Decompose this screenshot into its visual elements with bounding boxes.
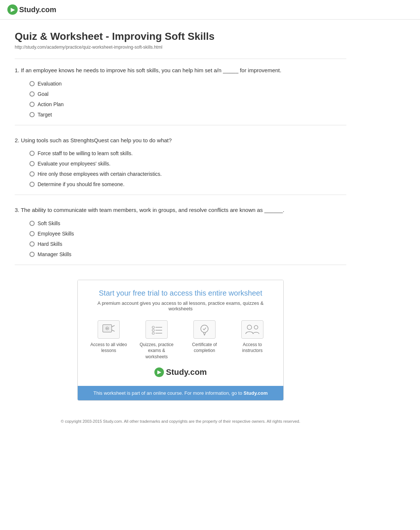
answer-text: Action Plan bbox=[38, 101, 64, 107]
questions-container: 1. If an employee knows he needs to impr… bbox=[15, 66, 346, 265]
answer-item[interactable]: Action Plan bbox=[29, 101, 346, 107]
radio-icon[interactable] bbox=[29, 112, 35, 117]
trial-footer: This worksheet is part of an online cour… bbox=[78, 386, 283, 400]
answer-text: Manager Skills bbox=[38, 251, 71, 257]
trial-title: Start your free trial to access this ent… bbox=[89, 289, 272, 297]
feature-label-list: Quizzes, practice exams & worksheets bbox=[138, 342, 175, 360]
answer-item[interactable]: Goal bbox=[29, 91, 346, 97]
radio-icon[interactable] bbox=[29, 91, 35, 97]
svg-line-14 bbox=[204, 332, 206, 335]
svg-point-16 bbox=[254, 325, 258, 329]
feature-item-list: Quizzes, practice exams & worksheets bbox=[138, 320, 175, 360]
radio-icon[interactable] bbox=[29, 241, 35, 247]
svg-point-12 bbox=[201, 325, 208, 332]
answer-item[interactable]: Evaluate your employees' skills. bbox=[29, 161, 346, 167]
page-url: http://study.com/academy/practice/quiz-w… bbox=[15, 45, 346, 50]
question-1: 1. If an employee knows he needs to impr… bbox=[15, 66, 346, 125]
answer-item[interactable]: Hard Skills bbox=[29, 241, 346, 247]
radio-icon[interactable] bbox=[29, 221, 35, 226]
feature-item-certificate: Certificate of completion bbox=[186, 320, 223, 360]
answer-text: Force staff to be willing to learn soft … bbox=[38, 150, 133, 156]
trial-logo[interactable]: ▶ Study.com bbox=[89, 367, 272, 377]
logo-text: Study.com bbox=[19, 6, 56, 14]
answer-item[interactable]: Manager Skills bbox=[29, 251, 346, 257]
certificate-icon bbox=[193, 320, 216, 339]
site-logo[interactable]: ▶ Study.com bbox=[7, 4, 413, 15]
svg-point-15 bbox=[247, 325, 252, 329]
question-2: 2. Using tools such as StrenghtsQuest ca… bbox=[15, 136, 346, 195]
answer-item[interactable]: Force staff to be willing to learn soft … bbox=[29, 150, 346, 156]
answer-item[interactable]: Evaluation bbox=[29, 81, 346, 87]
radio-icon[interactable] bbox=[29, 81, 35, 86]
answer-item[interactable]: Employee Skills bbox=[29, 231, 346, 237]
feature-label-instructor: Access to instructors bbox=[234, 342, 271, 354]
question-1-text: 1. If an employee knows he needs to impr… bbox=[15, 66, 346, 75]
feature-label-video: Access to all video lessons bbox=[90, 342, 127, 354]
feature-item-video: Access to all video lessons bbox=[90, 320, 127, 360]
answer-text: Goal bbox=[38, 91, 49, 97]
question-divider bbox=[15, 195, 346, 195]
question-2-text: 2. Using tools such as StrenghtsQuest ca… bbox=[15, 136, 346, 145]
copyright: © copyright 2003-2015 Study.com. All oth… bbox=[15, 415, 346, 427]
svg-line-13 bbox=[203, 332, 204, 335]
features-row: Access to all video lessons Quizzes, pra… bbox=[89, 320, 272, 360]
question-3-text: 3. The ability to communicate with team … bbox=[15, 206, 346, 215]
radio-icon[interactable] bbox=[29, 171, 35, 177]
svg-point-7 bbox=[152, 329, 154, 331]
radio-icon[interactable] bbox=[29, 252, 35, 257]
divider-top bbox=[15, 59, 346, 59]
radio-icon[interactable] bbox=[29, 231, 35, 236]
svg-point-8 bbox=[152, 332, 154, 334]
svg-line-5 bbox=[112, 330, 115, 331]
answer-text: Evaluate your employees' skills. bbox=[38, 161, 111, 167]
answer-text: Employee Skills bbox=[38, 231, 74, 237]
instructor-icon bbox=[241, 320, 263, 339]
answer-text: Determine if you should fire someone. bbox=[38, 181, 125, 187]
trial-logo-text: Study.com bbox=[166, 367, 207, 377]
trial-subtitle: A premium account gives you access to al… bbox=[89, 300, 272, 311]
answer-item[interactable]: Determine if you should fire someone. bbox=[29, 181, 346, 187]
list-icon bbox=[146, 320, 168, 339]
question-1-answers: EvaluationGoalAction PlanTarget bbox=[15, 81, 346, 118]
trial-footer-link[interactable]: Study.com bbox=[244, 390, 268, 396]
answer-text: Hard Skills bbox=[38, 241, 62, 247]
answer-item[interactable]: Target bbox=[29, 112, 346, 118]
answer-item[interactable]: Hire only those employees with certain c… bbox=[29, 171, 346, 177]
video-icon bbox=[98, 320, 120, 339]
trial-logo-icon: ▶ bbox=[154, 367, 164, 377]
main-content: Quiz & Worksheet - Improving Soft Skills… bbox=[0, 20, 361, 438]
question-3: 3. The ability to communicate with team … bbox=[15, 206, 346, 265]
svg-line-4 bbox=[112, 325, 115, 327]
trial-box: Start your free trial to access this ent… bbox=[77, 280, 284, 401]
question-divider bbox=[15, 125, 346, 125]
question-2-answers: Force staff to be willing to learn soft … bbox=[15, 150, 346, 187]
question-divider bbox=[15, 265, 346, 265]
answer-text: Target bbox=[38, 112, 52, 118]
radio-icon[interactable] bbox=[29, 161, 35, 166]
answer-text: Evaluation bbox=[38, 81, 62, 87]
radio-icon[interactable] bbox=[29, 182, 35, 187]
answer-item[interactable]: Soft Skills bbox=[29, 220, 346, 226]
radio-icon[interactable] bbox=[29, 151, 35, 156]
feature-label-certificate: Certificate of completion bbox=[186, 342, 223, 354]
page-title: Quiz & Worksheet - Improving Soft Skills bbox=[15, 31, 346, 42]
svg-point-6 bbox=[152, 326, 154, 328]
question-3-answers: Soft SkillsEmployee SkillsHard SkillsMan… bbox=[15, 220, 346, 257]
radio-icon[interactable] bbox=[29, 102, 35, 107]
feature-item-instructor: Access to instructors bbox=[234, 320, 271, 360]
trial-footer-text: This worksheet is part of an online cour… bbox=[93, 390, 244, 396]
logo-icon: ▶ bbox=[7, 4, 18, 15]
answer-text: Hire only those employees with certain c… bbox=[38, 171, 162, 177]
answer-text: Soft Skills bbox=[38, 220, 60, 226]
trial-box-inner: Start your free trial to access this ent… bbox=[78, 280, 283, 386]
site-header: ▶ Study.com bbox=[0, 0, 420, 20]
